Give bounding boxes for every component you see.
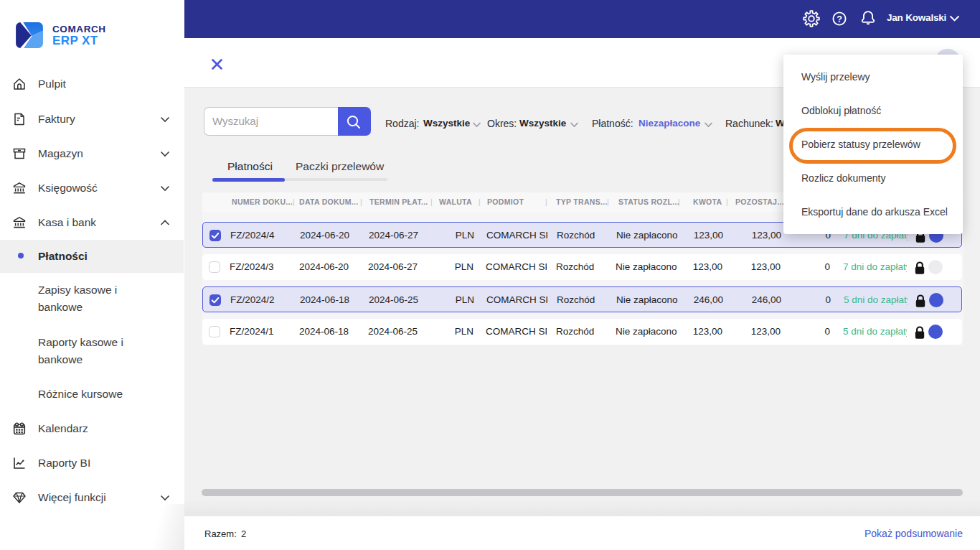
svg-text:?: ? (837, 14, 842, 24)
